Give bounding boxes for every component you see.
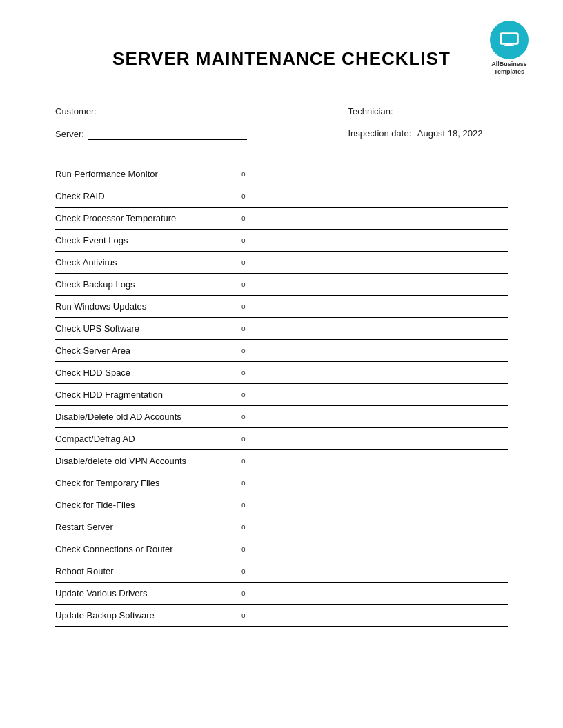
checklist-row: Check Server Areao [55,340,508,362]
checklist-item-label: Check Antivirus [55,257,241,267]
checklist-row: Update Backup Softwareo [55,605,508,627]
checklist-dot[interactable]: o [241,259,246,266]
checklist-dot[interactable]: o [241,170,246,178]
server-field-row: Server: [55,127,259,140]
checklist-row: Check UPS Softwareo [55,318,508,340]
logo-circle [490,21,529,59]
server-label: Server: [55,129,84,139]
checklist-dot[interactable]: o [241,435,246,443]
checklist-dot[interactable]: o [241,611,246,619]
checklist-dot[interactable]: o [241,369,246,376]
checklist-item-label: Check HDD Space [55,367,241,378]
checklist-row: Run Performance Monitoro [55,163,508,185]
checklist-dot[interactable]: o [241,236,246,244]
checklist-item-label: Update Backup Software [55,610,241,620]
server-input[interactable] [88,127,247,140]
header-fields: Customer: Server: Technician: Inspection… [55,104,508,150]
checklist-item-label: Check Server Area [55,345,241,356]
checklist-dot[interactable]: o [241,192,246,200]
checklist-row: Check RAIDo [55,185,508,208]
checklist-item-label: Reboot Router [55,566,241,576]
checklist-item-label: Update Various Drivers [55,588,241,598]
checklist-item-label: Check for Temporary Files [55,478,241,488]
svg-rect-3 [502,34,517,43]
left-fields: Customer: Server: [55,104,259,150]
checklist-row: Check Event Logso [55,230,508,252]
inspection-label: Inspection date: [348,128,412,139]
checklist-row: Check for Tide-Fileso [55,494,508,516]
checklist-row: Disable/delete old VPN Accountso [55,450,508,472]
checklist-dot[interactable]: o [241,391,246,398]
inspection-field-row: Inspection date: August 18, 2022 [348,127,508,139]
checklist-dot[interactable]: o [241,457,246,465]
checklist-row: Check for Temporary Fileso [55,472,508,494]
checklist-item-label: Check Event Logs [55,235,241,245]
technician-label: Technician: [348,106,393,117]
checklist-item-label: Check RAID [55,191,241,201]
checklist-item-label: Check Backup Logs [55,279,241,290]
logo-label: AllBusinessTemplates [491,61,527,76]
checklist-item-label: Check UPS Software [55,323,241,334]
checklist-row: Compact/Defrag ADo [55,428,508,450]
checklist-item-label: Restart Server [55,522,241,532]
checklist-row: Check Backup Logso [55,274,508,296]
checklist-dot[interactable]: o [241,589,246,597]
page: AllBusinessTemplates SERVER MAINTENANCE … [0,0,563,728]
checklist-row: Check Connections or Routero [55,538,508,560]
checklist-row: Disable/Delete old AD Accountso [55,406,508,428]
checklist-dot[interactable]: o [241,413,246,421]
page-title: SERVER MAINTENANCE CHECKLIST [55,48,508,70]
customer-field-row: Customer: [55,104,259,117]
checklist-item-label: Check Processor Temperature [55,213,241,223]
checklist-row: Run Windows Updateso [55,296,508,318]
checklist-item-label: Check HDD Fragmentation [55,390,241,400]
checklist-dot[interactable]: o [241,545,246,553]
checklist-item-label: Disable/delete old VPN Accounts [55,456,241,466]
checklist-item-label: Check Connections or Router [55,544,241,554]
checklist-row: Reboot Routero [55,560,508,583]
checklist-item-label: Run Windows Updates [55,301,241,312]
checklist-row: Check Antiviruso [55,252,508,274]
checklist-row: Restart Servero [55,516,508,538]
checklist-dot[interactable]: o [241,347,246,354]
customer-label: Customer: [55,106,97,117]
checklist-dot[interactable]: o [241,567,246,575]
checklist-row: Update Various Driverso [55,583,508,605]
checklist-dot[interactable]: o [241,214,246,222]
checklist-dot[interactable]: o [241,281,246,288]
checklist-item-label: Disable/Delete old AD Accounts [55,412,241,422]
customer-input[interactable] [101,104,259,117]
checklist-row: Check HDD Fragmentationo [55,384,508,406]
checklist-item-label: Compact/Defrag AD [55,434,241,444]
checklist-row: Check Processor Temperatureo [55,208,508,230]
checklist-row: Check HDD Spaceo [55,362,508,384]
checklist-dot[interactable]: o [241,501,246,509]
logo: AllBusinessTemplates [490,21,529,76]
checklist-dot[interactable]: o [241,325,246,332]
technician-input[interactable] [397,104,508,117]
checklist-dot[interactable]: o [241,523,246,531]
inspection-date: August 18, 2022 [417,128,483,139]
checklist-dot[interactable]: o [241,479,246,487]
checklist: Run Performance MonitoroCheck RAIDoCheck… [55,163,508,627]
right-fields: Technician: Inspection date: August 18, … [348,104,508,150]
checklist-item-label: Check for Tide-Files [55,500,241,510]
technician-field-row: Technician: [348,104,508,117]
checklist-dot[interactable]: o [241,303,246,310]
checklist-item-label: Run Performance Monitor [55,169,241,179]
